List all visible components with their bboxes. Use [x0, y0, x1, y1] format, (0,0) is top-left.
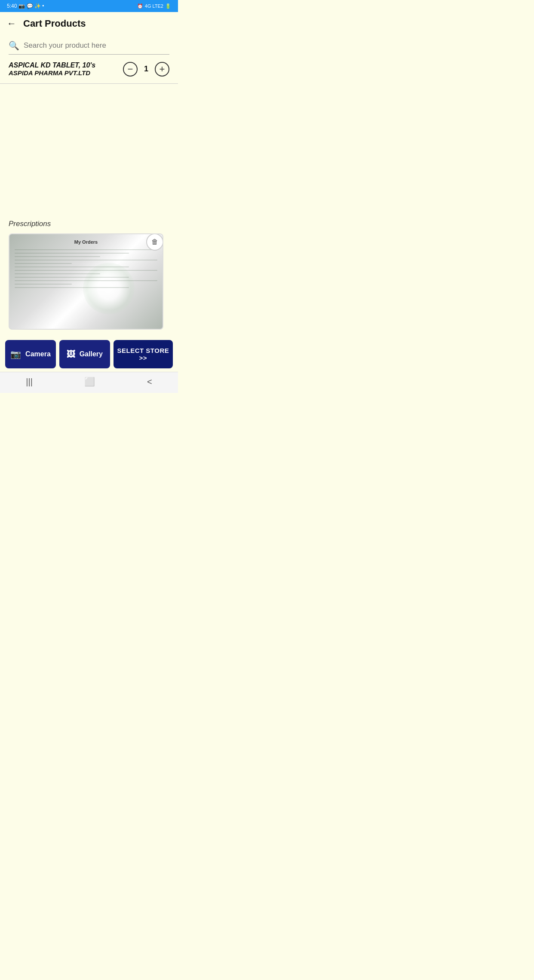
gallery-button[interactable]: 🖼 Gallery	[59, 340, 110, 368]
img-line-3	[15, 256, 100, 257]
product-company: ASPIDA PHARMA PVT.LTD	[9, 69, 123, 77]
bottom-buttons: 📷 Camera 🖼 Gallery SELECT STORE >>	[0, 335, 178, 372]
product-info: ASPICAL KD TABLET, 10's ASPIDA PHARMA PV…	[9, 61, 123, 77]
img-line-4	[15, 260, 157, 260]
prescription-image-wrap: 🗑 My Orders	[9, 233, 163, 330]
camera-button[interactable]: 📷 Camera	[5, 340, 56, 368]
prescription-overlay: My Orders	[9, 234, 163, 329]
img-line-8	[15, 273, 100, 274]
network-icon: 4G LTE2	[145, 3, 163, 9]
back-nav-icon[interactable]: <	[147, 377, 152, 387]
page-title: Cart Products	[23, 18, 86, 29]
select-store-button[interactable]: SELECT STORE >>	[114, 340, 173, 368]
img-line-2	[15, 253, 129, 254]
quantity-value: 1	[142, 64, 150, 74]
gallery-label: Gallery	[80, 350, 103, 358]
img-line-6	[15, 266, 129, 267]
search-row: 🔍	[9, 40, 169, 55]
search-icon: 🔍	[9, 40, 19, 51]
img-line-12	[15, 287, 129, 288]
status-icons: 📷 💬 ✨ •	[18, 3, 44, 9]
alarm-icon: ⏰	[137, 3, 143, 9]
select-store-label: SELECT STORE >>	[117, 347, 169, 361]
header: ← Cart Products	[0, 12, 178, 35]
quantity-control: − 1 +	[123, 62, 169, 77]
status-bar: 5:40 📷 💬 ✨ • ⏰ 4G LTE2 🔋	[0, 0, 178, 12]
delete-prescription-button[interactable]: 🗑	[146, 233, 163, 251]
product-name: ASPICAL KD TABLET, 10's	[9, 61, 123, 69]
prescription-image-title: My Orders	[15, 239, 157, 245]
prescriptions-section: Prescriptions 🗑 My Orders	[0, 213, 178, 335]
battery-icon: 🔋	[165, 3, 171, 9]
status-time: 5:40	[7, 3, 17, 9]
menu-nav-icon[interactable]: |||	[26, 377, 33, 387]
back-button[interactable]: ←	[7, 18, 16, 29]
search-input[interactable]	[24, 41, 169, 50]
main-content	[0, 84, 178, 213]
prescriptions-label: Prescriptions	[9, 220, 169, 228]
trash-icon: 🗑	[151, 238, 158, 246]
camera-label: Camera	[25, 350, 51, 358]
plus-icon: +	[160, 64, 165, 74]
search-container: 🔍	[0, 35, 178, 55]
img-line-7	[15, 270, 157, 271]
img-line-1	[15, 249, 157, 250]
decrement-button[interactable]: −	[123, 62, 138, 77]
img-line-9	[15, 277, 129, 278]
camera-icon: 📷	[10, 349, 21, 359]
nav-bar: ||| ⬜ <	[0, 372, 178, 393]
gallery-icon: 🖼	[67, 349, 75, 359]
prescription-image: My Orders	[9, 234, 163, 329]
cart-product-item: ASPICAL KD TABLET, 10's ASPIDA PHARMA PV…	[0, 55, 178, 84]
img-line-11	[15, 284, 72, 285]
status-left: 5:40 📷 💬 ✨ •	[7, 3, 44, 9]
img-line-10	[15, 280, 157, 281]
status-right: ⏰ 4G LTE2 🔋	[137, 3, 171, 9]
increment-button[interactable]: +	[155, 62, 169, 77]
minus-icon: −	[128, 64, 133, 74]
home-nav-icon[interactable]: ⬜	[84, 377, 95, 387]
img-line-5	[15, 263, 72, 264]
